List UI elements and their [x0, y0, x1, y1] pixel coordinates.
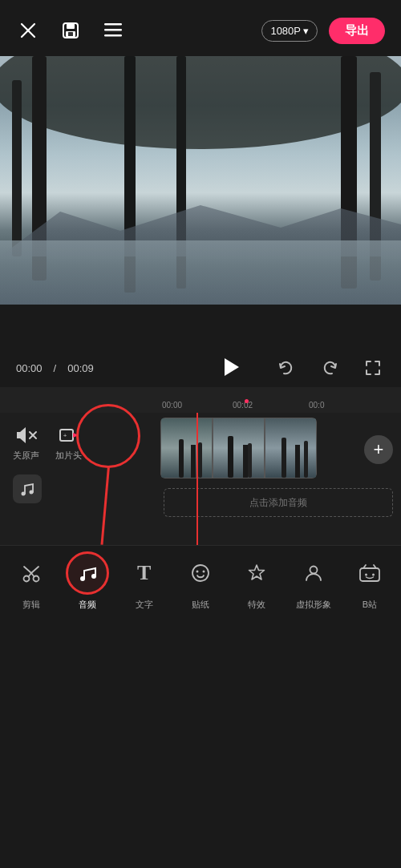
svg-line-21: [31, 567, 38, 573]
cut-icon-wrap: [10, 551, 53, 595]
svg-point-25: [196, 570, 198, 572]
clip-tools: 关原声 + 加片头: [13, 424, 82, 462]
add-clip-button[interactable]: +: [364, 435, 393, 464]
svg-point-32: [365, 573, 367, 575]
clips-section: 关原声 + 加片头: [0, 413, 401, 545]
audio-icon-wrap: [66, 551, 109, 595]
bilibili-label: B站: [363, 599, 377, 611]
sticker-icon: [190, 563, 211, 583]
header-left: [16, 18, 125, 43]
svg-rect-5: [68, 32, 73, 36]
toolbar-item-text[interactable]: T 文字: [123, 547, 166, 616]
quality-selector[interactable]: 1080P ▾: [261, 20, 318, 42]
track-labels: [0, 387, 160, 413]
video-preview: [0, 56, 401, 305]
total-time: 00:09: [67, 362, 94, 374]
toolbar-item-avatar[interactable]: 虚拟形象: [292, 547, 335, 616]
svg-rect-29: [360, 568, 379, 581]
svg-rect-6: [104, 23, 122, 26]
mute-tool[interactable]: 关原声: [13, 424, 39, 462]
redo-button[interactable]: [318, 356, 342, 380]
music-note-icon: [18, 480, 36, 498]
sticker-icon-wrap: [179, 551, 222, 595]
fullscreen-button[interactable]: [361, 356, 385, 380]
time-separator: /: [54, 362, 57, 374]
mute-label: 关原声: [13, 450, 39, 462]
svg-rect-7: [104, 29, 122, 31]
clip-frame-2: [213, 418, 265, 478]
timeline-mark-0: 00:00: [162, 401, 182, 410]
play-button[interactable]: [225, 358, 239, 378]
scissors-icon: [21, 563, 42, 583]
text-icon: T: [137, 561, 151, 585]
music-tool[interactable]: [13, 474, 42, 503]
preview-spacer: [0, 305, 401, 349]
close-button[interactable]: [16, 18, 40, 42]
svg-point-28: [310, 566, 317, 573]
audio-placeholder-text: 点击添加音频: [249, 496, 307, 510]
frame-inner-3: [265, 418, 316, 478]
toolbar-item-bilibili[interactable]: B站: [348, 547, 391, 616]
svg-point-14: [22, 492, 26, 496]
svg-text:+: +: [63, 432, 67, 439]
svg-point-22: [80, 576, 85, 581]
ruler: 00:00 00:02 00:0: [160, 387, 393, 413]
cut-label: 剪辑: [22, 599, 40, 611]
frame-inner-2: [213, 418, 264, 478]
timeline-mark-2: 00:02: [233, 401, 253, 410]
toolbar-item-cut[interactable]: 剪辑: [10, 547, 53, 616]
menu-button[interactable]: [101, 20, 125, 41]
svg-point-23: [91, 574, 96, 579]
save-button[interactable]: [58, 18, 83, 43]
clip-frame-3: [265, 418, 317, 478]
svg-point-24: [192, 565, 209, 581]
playhead-line: [196, 413, 198, 545]
avatar-label: 虚拟形象: [296, 599, 331, 611]
playhead-dot: [245, 399, 249, 403]
quality-label: 1080P: [270, 25, 301, 37]
sticker-label: 贴纸: [192, 599, 209, 611]
effects-label: 特效: [248, 599, 265, 611]
avatar-icon: [303, 563, 324, 583]
svg-rect-8: [104, 34, 122, 37]
bilibili-icon-wrap: [348, 551, 391, 595]
svg-marker-12: [73, 433, 79, 438]
star-icon: [246, 563, 267, 583]
undo-button[interactable]: [274, 356, 298, 380]
svg-marker-27: [249, 565, 265, 579]
svg-rect-3: [67, 23, 75, 29]
music-icon: [77, 563, 98, 583]
water-reflection: [0, 240, 401, 305]
text-label: 文字: [136, 599, 153, 611]
add-head-tool[interactable]: + 加片头: [55, 424, 82, 462]
playback-controls: [274, 356, 385, 380]
toolbar-item-audio[interactable]: 音频: [66, 547, 109, 616]
header-right: 1080P ▾ 导出: [261, 18, 385, 44]
svg-point-26: [202, 570, 205, 572]
toolbar-item-effects[interactable]: 特效: [235, 547, 278, 616]
avatar-icon-wrap: [292, 551, 335, 595]
quality-arrow-icon: ▾: [303, 25, 309, 37]
timeline-ruler: 00:00 00:02 00:0: [0, 387, 401, 413]
svg-line-20: [24, 567, 31, 573]
bottom-toolbar: 剪辑 音频 T 文字 贴纸: [0, 545, 401, 616]
audio-label: 音频: [79, 599, 96, 611]
svg-point-33: [372, 573, 375, 575]
header: 1080P ▾ 导出: [0, 0, 401, 56]
video-clip[interactable]: [160, 418, 317, 478]
clips-left-panel: 关原声 + 加片头: [0, 413, 160, 545]
current-time: 00:00: [16, 362, 43, 374]
playback-bar: 00:00 / 00:09: [0, 349, 401, 387]
svg-point-15: [30, 491, 34, 495]
music-icon-bg: [13, 474, 42, 503]
add-head-icon: +: [58, 424, 80, 446]
timeline-mark-4: 00:0: [309, 401, 324, 410]
effects-icon-wrap: [235, 551, 278, 595]
toolbar-item-sticker[interactable]: 贴纸: [179, 547, 222, 616]
mute-icon: [15, 424, 38, 446]
clip-frame-1: [160, 418, 213, 478]
add-head-label: 加片头: [55, 450, 82, 462]
text-icon-wrap: T: [123, 551, 166, 595]
export-button[interactable]: 导出: [329, 18, 385, 44]
bilibili-icon: [358, 563, 381, 583]
